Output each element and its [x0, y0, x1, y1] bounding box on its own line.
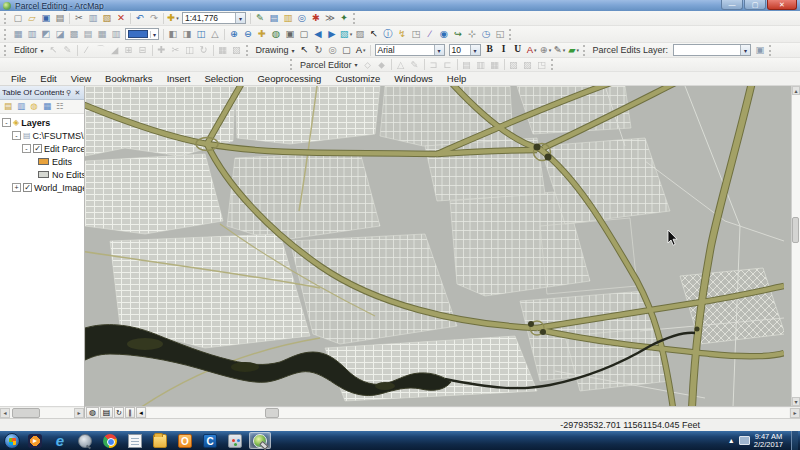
toolbar-grip[interactable] [4, 13, 9, 24]
collapse-icon[interactable]: - [2, 118, 11, 127]
scroll-right-icon[interactable]: ▸ [74, 408, 84, 418]
parcel-edits-layer-value-combo[interactable]: ▾ [673, 44, 751, 56]
html-popup-icon[interactable]: ◳ [409, 28, 423, 41]
undo-icon[interactable]: ↶ [133, 12, 147, 25]
menu-windows[interactable]: Windows [387, 73, 440, 84]
scroll-up-icon[interactable]: ▴ [792, 86, 800, 95]
fixed-zoom-out-icon[interactable]: ▢ [297, 28, 311, 41]
arcmap-icon[interactable] [249, 432, 271, 449]
menu-geoprocessing[interactable]: Geoprocessing [250, 73, 328, 84]
line-color-icon[interactable]: ✎ [553, 44, 567, 57]
select-graphics-icon[interactable]: ◎ [326, 44, 340, 57]
delete-icon[interactable]: ✕ [114, 12, 128, 25]
layer-effects-2-icon[interactable]: ▦ [95, 28, 109, 41]
identify-icon[interactable]: ⓘ [381, 28, 395, 41]
list-by-visibility-icon[interactable]: ◍ [28, 101, 40, 113]
pin-icon[interactable]: ⚲ [64, 89, 73, 97]
zoom-out-icon[interactable]: ⊖ [241, 28, 255, 41]
select-elements-drawing-icon[interactable]: ↖ [298, 44, 312, 57]
parcel-details-icon[interactable]: ✎ [408, 58, 422, 71]
editor-sketch-icon[interactable]: ✎ [253, 12, 267, 25]
symbol-color-swatch[interactable]: ▾ [125, 28, 159, 40]
toc-options-icon[interactable]: ☷ [54, 101, 66, 113]
construct-from-parent-icon[interactable]: ▦ [488, 58, 502, 71]
edit-annotation-tool-icon[interactable]: ✎ [61, 44, 75, 57]
edit-tool-icon[interactable]: ↖ [47, 44, 61, 57]
hidden-icons-chevron[interactable]: ▲ [728, 437, 735, 444]
full-extent-icon[interactable]: ◍ [269, 28, 283, 41]
underline-icon[interactable]: U [511, 44, 525, 57]
chrome-icon[interactable] [99, 432, 121, 449]
list-by-drawing-order-icon[interactable]: ▤ [2, 101, 14, 113]
parcel-editor-menu[interactable]: Parcel Editor [297, 59, 361, 71]
toolbar-grip[interactable] [4, 29, 9, 40]
trace-tool-icon[interactable]: ◢ [108, 44, 122, 57]
open-folder-icon[interactable]: ▱ [25, 12, 39, 25]
toolbar-grip[interactable] [290, 59, 295, 70]
reshape-feature-icon[interactable]: ✚ [155, 44, 169, 57]
model-builder-icon[interactable]: ✦ [337, 12, 351, 25]
brightness-icon[interactable]: ◨ [180, 28, 194, 41]
measure-icon[interactable]: ∕ [423, 28, 437, 41]
go-to-xy-icon[interactable]: ⊹ [465, 28, 479, 41]
font-name-combo[interactable]: Arial▾ [375, 44, 445, 56]
outlook-icon[interactable] [174, 432, 196, 449]
georeferencing-1-icon[interactable]: ▦ [11, 28, 25, 41]
image-analysis-1-icon[interactable]: ◩ [39, 28, 53, 41]
rectangle-tool-icon[interactable]: ▢ [340, 44, 354, 57]
layout-view-button[interactable]: ▤ [100, 407, 113, 418]
time-slider-icon[interactable]: ◷ [479, 28, 493, 41]
media-player-icon[interactable] [24, 432, 46, 449]
expand-icon[interactable]: + [12, 183, 21, 192]
toolbar-grip[interactable] [509, 29, 514, 40]
unjoin-parcel-icon[interactable]: ▨ [521, 58, 535, 71]
point-tool-icon[interactable]: ⊞ [122, 44, 136, 57]
layer-lock-icon[interactable]: ▣ [753, 44, 767, 57]
edit-vertices-icon[interactable]: ⊟ [136, 44, 150, 57]
georeferencing-2-icon[interactable]: ▥ [25, 28, 39, 41]
map-scale-dropdown-icon[interactable]: ▾ [235, 13, 245, 23]
layer-checkbox[interactable]: ✓ [33, 144, 42, 153]
drawing-menu[interactable]: Drawing [253, 44, 298, 56]
clear-parcel-selection-icon[interactable]: ⬥ [375, 58, 389, 71]
paint-icon[interactable] [224, 432, 246, 449]
rotate-element-icon[interactable]: ↻ [312, 44, 326, 57]
toolbar-grip[interactable] [353, 13, 358, 24]
rotate-tool-icon[interactable]: ↻ [197, 44, 211, 57]
straight-segment-icon[interactable]: ∕ [80, 44, 94, 57]
image-analysis-3-icon[interactable]: ▩ [67, 28, 81, 41]
menu-insert[interactable]: Insert [160, 73, 198, 84]
paste-icon[interactable]: ▧ [100, 12, 114, 25]
toolbar-grip[interactable] [583, 45, 588, 56]
new-document-icon[interactable]: ▢ [11, 12, 25, 25]
title-bar[interactable]: Parcel Editing - ArcMap — ▢ ✕ [0, 0, 800, 11]
contrast-icon[interactable]: ◧ [166, 28, 180, 41]
start-button[interactable] [4, 433, 20, 449]
search-window-icon[interactable]: ◎ [295, 12, 309, 25]
map-scale-value[interactable]: 1:41,776 [183, 13, 235, 23]
layer-effects-3-icon[interactable]: ▥ [109, 28, 123, 41]
c-app-icon[interactable] [199, 432, 221, 449]
zoom-in-icon[interactable]: ⊕ [227, 28, 241, 41]
split-tool-icon[interactable]: ◫ [183, 44, 197, 57]
data-view-button[interactable]: ◍ [86, 407, 99, 418]
add-data-icon[interactable]: ✚ [166, 12, 180, 25]
italic-icon[interactable]: I [497, 44, 511, 57]
layer-effects-1-icon[interactable]: ▤ [81, 28, 95, 41]
menu-selection[interactable]: Selection [197, 73, 250, 84]
create-viewer-window-icon[interactable]: ◱ [493, 28, 507, 41]
fixed-zoom-in-icon[interactable]: ▣ [283, 28, 297, 41]
layer-checkbox[interactable]: ✓ [23, 183, 32, 192]
text-tool-icon[interactable]: A [354, 44, 368, 57]
endpoint-arc-icon[interactable]: ⌒ [94, 44, 108, 57]
find-route-icon[interactable]: ↪ [451, 28, 465, 41]
tree-item-edits[interactable]: Edits [0, 155, 84, 168]
map-canvas[interactable] [85, 86, 791, 406]
menu-file[interactable]: File [4, 73, 33, 84]
refresh-view-icon[interactable]: ↻ [114, 407, 124, 418]
collapse-icon[interactable]: - [12, 131, 21, 140]
image-analysis-2-icon[interactable]: ◪ [53, 28, 67, 41]
font-size-dropdown-icon[interactable]: ▾ [470, 45, 480, 55]
halo-color-icon[interactable]: ⊕ [539, 44, 553, 57]
go-back-extent-icon[interactable]: ◀ [311, 28, 325, 41]
